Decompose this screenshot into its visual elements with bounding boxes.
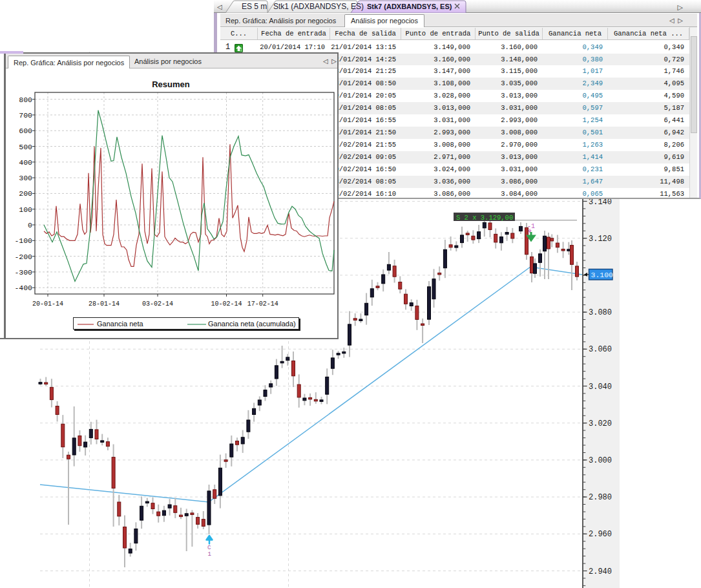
svg-text:0: 0: [28, 221, 32, 229]
svg-text:-200: -200: [14, 253, 32, 261]
svg-text:S 2 x 3.129,00: S 2 x 3.129,00: [456, 214, 513, 222]
svg-text:10-02-14: 10-02-14: [211, 300, 242, 308]
svg-text:03-02-14: 03-02-14: [142, 300, 173, 308]
svg-text:1: 1: [208, 551, 211, 558]
svg-text:100: 100: [19, 205, 32, 214]
svg-text:3.000: 3.000: [589, 456, 612, 465]
svg-text:28-01-14: 28-01-14: [89, 300, 120, 308]
svg-text:200: 200: [19, 189, 32, 198]
svg-text:700: 700: [19, 111, 32, 120]
svg-text:C: C: [207, 545, 211, 551]
svg-text:ES 5 m: ES 5 m: [242, 2, 267, 11]
svg-text:20-01-14: 20-01-14: [32, 300, 63, 308]
svg-text:-1: -1: [527, 223, 535, 230]
svg-text:3.040: 3.040: [589, 383, 612, 392]
svg-text:2.980: 2.980: [589, 493, 612, 502]
svg-text:17-02-14: 17-02-14: [247, 300, 278, 308]
svg-text:-300: -300: [14, 268, 32, 277]
svg-text:300: 300: [19, 174, 32, 182]
svg-text:800: 800: [19, 96, 32, 104]
svg-text:3.120: 3.120: [589, 235, 612, 244]
svg-text:-100: -100: [14, 236, 32, 245]
svg-text:400: 400: [19, 158, 32, 167]
svg-text:3.060: 3.060: [589, 345, 612, 354]
svg-text:3.080: 3.080: [589, 308, 612, 317]
svg-text:Stk7 (ADXBANDSYS, ES): Stk7 (ADXBANDSYS, ES): [367, 3, 452, 10]
svg-text:3.100: 3.100: [591, 271, 614, 279]
svg-text:3.020: 3.020: [589, 419, 612, 428]
svg-text:2.940: 2.940: [589, 567, 612, 576]
svg-text:2.960: 2.960: [589, 530, 612, 539]
svg-text:600: 600: [19, 127, 32, 135]
svg-text:-400: -400: [14, 284, 32, 292]
svg-text:Stk1 (ADXBANDSYS, ES): Stk1 (ADXBANDSYS, ES): [273, 2, 364, 11]
svg-text:500: 500: [19, 143, 32, 151]
